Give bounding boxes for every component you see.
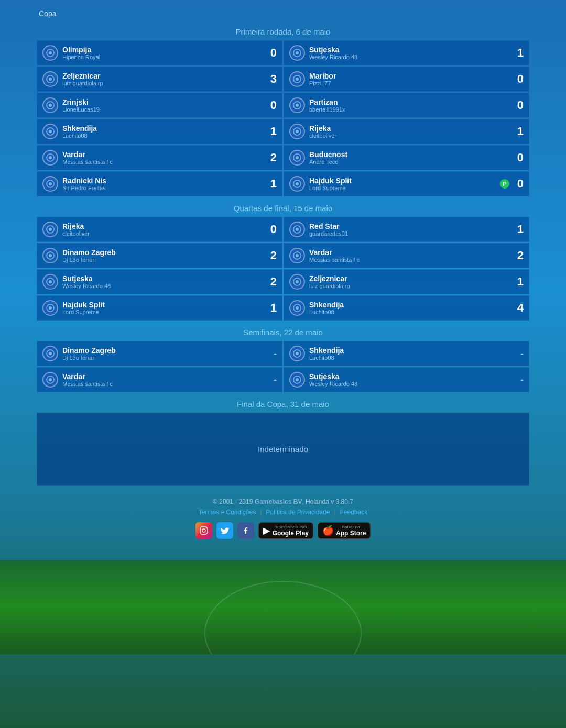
green-field-strip (0, 560, 566, 654)
olimpija-icon (42, 45, 58, 61)
match-shkendija-3: Shkendija Luchito08 - (284, 341, 529, 366)
rijeka-icon-2 (42, 222, 58, 237)
match-rijeka-1: Rijeka cleitooliver 1 (284, 119, 529, 144)
match-zeljeznicar-2: Zeljeznicar luiz guardiola rp 1 (284, 269, 529, 294)
dinamo-icon-2 (42, 346, 58, 361)
zeljeznicar-icon-1 (42, 71, 58, 87)
match-hajduk-split-1: Hajduk Split Lord Supreme P 0 (284, 171, 529, 196)
partizan-icon (289, 97, 305, 113)
footer: © 2001 - 2019 Gamebasics BV, Holanda v 3… (37, 488, 529, 555)
match-sutjeska-3: Sutjeska Wesley Ricardo 48 - (284, 367, 529, 392)
final-header: Final da Copa, 31 de maio (37, 394, 529, 413)
field-circle (204, 581, 362, 654)
match-sutjeska-2: Sutjeska Wesley Ricardo 48 2 (37, 269, 282, 294)
apple-icon: 🍎 (322, 525, 334, 536)
svg-point-13 (49, 130, 52, 133)
round-3: Semifinais, 22 de maio Dinamo Zagreb Dj … (37, 323, 529, 392)
shkendija-icon-1 (42, 124, 58, 139)
terms-link[interactable]: Termos e Condições (199, 509, 256, 516)
svg-point-31 (296, 254, 299, 257)
svg-point-23 (296, 182, 299, 185)
svg-point-17 (49, 156, 52, 159)
hajduk-icon-2 (42, 300, 58, 316)
red-star-icon (289, 222, 305, 237)
svg-point-15 (296, 130, 299, 133)
google-play-badge[interactable]: ▶ DISPONÍVEL NO Google Play (258, 522, 313, 539)
indeterminate-box: Indeterminado (37, 413, 529, 486)
svg-point-39 (296, 306, 299, 310)
round-3-header: Semifinais, 22 de maio (37, 323, 529, 341)
match-dinamo-2: Dinamo Zagreb Dj L3o ferrari - (37, 341, 282, 366)
app-store-badge[interactable]: 🍎 Baixar na App Store (318, 522, 371, 539)
svg-point-50 (205, 528, 206, 529)
svg-point-11 (296, 104, 299, 107)
svg-point-41 (49, 352, 52, 355)
match-vardar-1: Vardar Messias santista f c 2 (37, 145, 282, 170)
svg-point-5 (49, 78, 52, 81)
shkendija-icon-3 (289, 346, 305, 361)
svg-point-45 (49, 378, 52, 381)
copa-label: Copa (37, 5, 529, 22)
svg-point-37 (49, 306, 52, 310)
svg-point-47 (296, 378, 299, 381)
svg-point-43 (296, 352, 299, 355)
round-1-header: Primeira rodada, 6 de maio (37, 22, 529, 40)
buducnost-icon (289, 150, 305, 166)
svg-point-29 (49, 254, 52, 257)
match-zrinjski: Zrinjski LionelLucas19 0 (37, 93, 282, 118)
maribor-icon (289, 71, 305, 87)
final-section: Final da Copa, 31 de maio Indeterminado (37, 394, 529, 486)
round-2: Quartas de final, 15 de maio Rijeka clei… (37, 198, 529, 321)
match-sutjeska-1: Sutjeska Wesley Ricardo 48 1 (284, 40, 529, 65)
svg-point-19 (296, 156, 299, 159)
sutjeska-icon-1 (289, 45, 305, 61)
match-hajduk-split-2: Hajduk Split Lord Supreme 1 (37, 295, 282, 321)
match-zeljeznicar-1: Zeljeznicar luiz guardiola rp 3 (37, 67, 282, 92)
footer-copyright: © 2001 - 2019 Gamebasics BV, Holanda v 3… (42, 498, 524, 505)
rijeka-icon-1 (289, 124, 305, 139)
match-olimpija: Olimpija Hiperion Royal 0 (37, 40, 282, 65)
vardar-icon-1 (42, 150, 58, 166)
penalty-badge: P (500, 179, 509, 189)
svg-point-27 (296, 228, 299, 231)
match-dinamo-1: Dinamo Zagreb Dj L3o ferrari 2 (37, 243, 282, 268)
match-red-star: Red Star guardaredes01 1 (284, 217, 529, 242)
match-vardar-3: Vardar Messias santista f c - (37, 367, 282, 392)
footer-links: Termos e Condições | Política de Privaci… (42, 509, 524, 516)
facebook-icon[interactable] (237, 522, 254, 539)
svg-point-49 (202, 529, 205, 532)
zeljeznicar-icon-2 (289, 274, 305, 290)
match-shkendija-2: Shkendija Luchito08 4 (284, 295, 529, 321)
dinamo-icon-1 (42, 248, 58, 263)
hajduk-icon-1 (289, 176, 305, 192)
google-play-icon: ▶ (263, 525, 270, 536)
vardar-icon-2 (289, 248, 305, 263)
store-icons: ▶ DISPONÍVEL NO Google Play 🍎 Baixar na … (42, 522, 524, 539)
match-shkendija-1: Shkendija Luchito08 1 (37, 119, 282, 144)
svg-point-33 (49, 280, 52, 283)
svg-point-9 (49, 104, 52, 107)
olimpija-info: Olimpija Hiperion Royal (62, 46, 262, 60)
svg-point-25 (49, 228, 52, 231)
svg-point-3 (296, 51, 299, 54)
twitter-icon[interactable] (216, 522, 233, 539)
sutjeska-icon-3 (289, 372, 305, 388)
radnicki-icon (42, 176, 58, 192)
match-rijeka-2: Rijeka cleitooliver 0 (37, 217, 282, 242)
svg-point-21 (49, 182, 52, 185)
match-radnicki-nis: Radnicki Nis Sir Pedro Freitas 1 (37, 171, 282, 196)
svg-point-1 (49, 51, 52, 54)
shkendija-icon-2 (289, 300, 305, 316)
privacy-link[interactable]: Política de Privacidade (266, 509, 330, 516)
svg-point-35 (296, 280, 299, 283)
match-partizan: Partizan bbertelli1991x 0 (284, 93, 529, 118)
round-2-header: Quartas de final, 15 de maio (37, 198, 529, 217)
match-maribor: Maribor Pizzi_77 0 (284, 67, 529, 92)
match-vardar-2: Vardar Messias santista f c 2 (284, 243, 529, 268)
instagram-icon[interactable] (195, 522, 212, 539)
zrinjski-icon (42, 97, 58, 113)
vardar-icon-3 (42, 372, 58, 388)
sutjeska-info-1: Sutjeska Wesley Ricardo 48 (309, 46, 509, 60)
feedback-link[interactable]: Feedback (340, 509, 368, 516)
round-1: Primeira rodada, 6 de maio Olimpija Hipe… (37, 22, 529, 196)
